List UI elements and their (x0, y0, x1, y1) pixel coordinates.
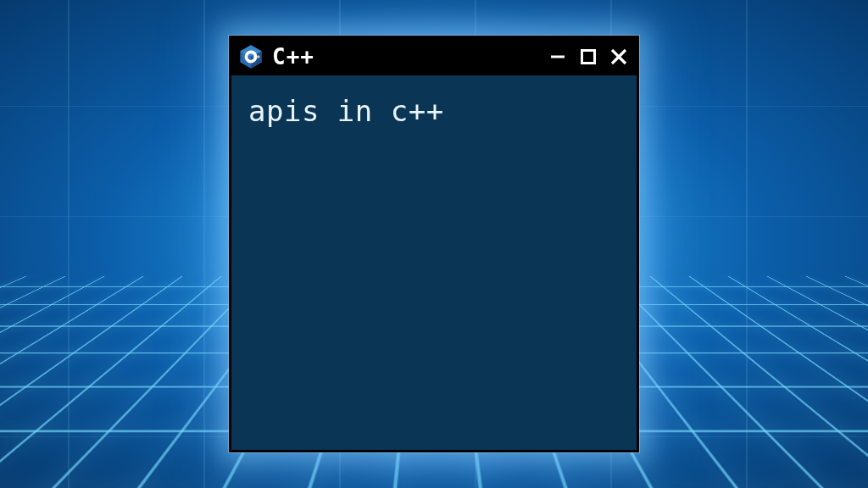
terminal-line: apis in c++ (248, 94, 620, 128)
cpp-logo-icon (238, 44, 264, 69)
minimize-button[interactable] (548, 47, 567, 66)
window-controls (548, 47, 628, 66)
window-title: C++ (272, 44, 540, 69)
svg-rect-4 (253, 57, 257, 58)
titlebar[interactable]: C++ (231, 38, 637, 75)
svg-rect-8 (582, 51, 595, 64)
terminal-window: C++ apis in c++ (229, 36, 639, 452)
close-button[interactable] (609, 47, 628, 66)
svg-rect-6 (257, 57, 260, 58)
maximize-button[interactable] (579, 47, 598, 66)
terminal-content[interactable]: apis in c++ (231, 75, 637, 147)
